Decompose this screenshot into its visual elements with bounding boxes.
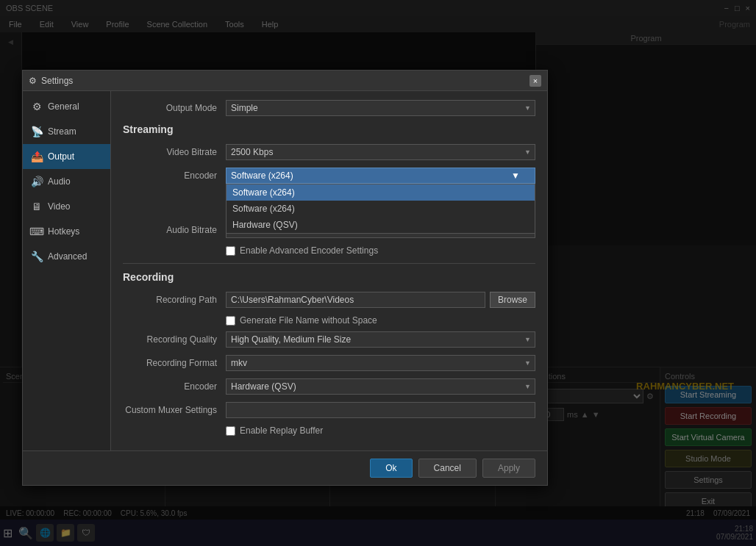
nav-item-general[interactable]: ⚙ General (23, 94, 110, 119)
recording-encoder-label: Encoder (123, 381, 226, 392)
encoder-dropdown-field[interactable]: Software (x264) ▼ (226, 168, 535, 184)
nav-item-output[interactable]: 📤 Output (23, 144, 110, 169)
recording-encoder-wrapper: Hardware (QSV) Software (x264) (226, 378, 535, 395)
settings-dialog: ⚙ Settings × ⚙ General 📡 Stream 📤 O (22, 70, 548, 486)
dialog-body: ⚙ General 📡 Stream 📤 Output 🔊 Audio 🖥 (23, 91, 547, 450)
nav-label-advanced: Advanced (48, 251, 87, 262)
recording-encoder-row: Encoder Hardware (QSV) Software (x264) (123, 378, 535, 395)
hotkeys-icon: ⌨ (30, 225, 43, 238)
nav-item-audio[interactable]: 🔊 Audio (23, 169, 110, 194)
ok-button[interactable]: Ok (370, 459, 412, 478)
dialog-close-button[interactable]: × (529, 75, 541, 87)
nav-label-video: Video (48, 201, 70, 212)
recording-path-input[interactable] (226, 292, 485, 308)
encoder-label: Encoder (123, 170, 226, 181)
settings-icon: ⚙ (29, 76, 37, 86)
recording-format-row: Recording Format mkv mp4 flv (123, 355, 535, 371)
nav-item-advanced[interactable]: 🔧 Advanced (23, 244, 110, 269)
settings-content: Output Mode Simple Advanced Streaming Vi… (111, 91, 547, 450)
encoder-selected-value: Software (x264) (231, 170, 293, 181)
encoder-row: Encoder Software (x264) ▼ Software (x264… (123, 168, 535, 184)
settings-nav: ⚙ General 📡 Stream 📤 Output 🔊 Audio 🖥 (23, 91, 111, 450)
nav-label-stream: Stream (48, 126, 76, 137)
custom-muxer-label: Custom Muxer Settings (123, 405, 226, 415)
recording-encoder-select[interactable]: Hardware (QSV) Software (x264) (226, 378, 535, 395)
generate-filename-checkbox[interactable] (226, 316, 235, 326)
nav-label-output: Output (48, 151, 74, 162)
output-icon: 📤 (30, 150, 43, 163)
encoder-dropdown-list: Software (x264) Software (x264) Hardware… (226, 184, 535, 234)
recording-quality-row: Recording Quality High Quality, Medium F… (123, 331, 535, 348)
dialog-footer: Ok Cancel Apply (23, 450, 547, 485)
nav-item-video[interactable]: 🖥 Video (23, 194, 110, 219)
output-mode-label: Output Mode (123, 103, 226, 113)
video-bitrate-row: Video Bitrate 2500 Kbps (123, 144, 535, 160)
encoder-dropdown-container: Software (x264) ▼ Software (x264) Softwa… (226, 168, 535, 184)
encoder-dropdown-arrow: ▼ (511, 170, 520, 181)
recording-path-label: Recording Path (123, 295, 226, 305)
audio-bitrate-label: Audio Bitrate (123, 225, 226, 235)
output-mode-row: Output Mode Simple Advanced (123, 100, 535, 116)
replay-buffer-checkbox[interactable] (226, 426, 235, 436)
audio-icon: 🔊 (30, 175, 43, 188)
general-icon: ⚙ (30, 100, 43, 113)
apply-button[interactable]: Apply (482, 459, 535, 478)
recording-path-input-group: Browse (226, 292, 535, 308)
recording-format-label: Recording Format (123, 358, 226, 368)
recording-format-select[interactable]: mkv mp4 flv (226, 355, 535, 371)
nav-item-hotkeys[interactable]: ⌨ Hotkeys (23, 219, 110, 244)
replay-buffer-row: Enable Replay Buffer (226, 425, 535, 436)
encoder-option-1[interactable]: Software (x264) (227, 201, 535, 217)
video-bitrate-label: Video Bitrate (123, 147, 226, 157)
divider-1 (123, 263, 535, 264)
browse-button[interactable]: Browse (490, 292, 535, 308)
recording-quality-wrapper: High Quality, Medium File Size (226, 331, 535, 348)
obs-window: OBS SCENE − □ × File Edit View Profile S… (0, 0, 756, 546)
dialog-titlebar: ⚙ Settings × (23, 71, 547, 91)
video-bitrate-select[interactable]: 2500 Kbps (226, 144, 535, 160)
nav-label-audio: Audio (48, 176, 71, 187)
replay-buffer-label: Enable Replay Buffer (240, 425, 323, 436)
recording-section-title: Recording (123, 271, 535, 283)
dialog-title-text: Settings (41, 76, 73, 86)
generate-filename-label: Generate File Name without Space (240, 315, 377, 326)
advanced-encoder-row: Enable Advanced Encoder Settings (226, 245, 535, 256)
dialog-title: ⚙ Settings (29, 76, 73, 86)
output-mode-select[interactable]: Simple Advanced (226, 100, 535, 116)
recording-format-wrapper: mkv mp4 flv (226, 355, 535, 371)
generate-filename-row: Generate File Name without Space (226, 315, 535, 326)
encoder-option-0[interactable]: Software (x264) (227, 184, 535, 201)
video-icon: 🖥 (30, 200, 43, 213)
streaming-section-title: Streaming (123, 123, 535, 135)
video-bitrate-wrapper: 2500 Kbps (226, 144, 535, 160)
stream-icon: 📡 (30, 125, 43, 138)
custom-muxer-input-area (226, 402, 535, 418)
custom-muxer-input[interactable] (226, 402, 535, 418)
nav-item-stream[interactable]: 📡 Stream (23, 119, 110, 144)
advanced-icon: 🔧 (30, 250, 43, 263)
advanced-encoder-label: Enable Advanced Encoder Settings (240, 245, 378, 256)
recording-quality-select[interactable]: High Quality, Medium File Size (226, 331, 535, 348)
custom-muxer-row: Custom Muxer Settings (123, 402, 535, 418)
nav-label-general: General (48, 101, 79, 112)
output-mode-select-wrapper: Simple Advanced (226, 100, 535, 116)
recording-quality-label: Recording Quality (123, 334, 226, 345)
recording-path-row: Recording Path Browse (123, 292, 535, 308)
advanced-encoder-checkbox[interactable] (226, 246, 235, 256)
nav-label-hotkeys: Hotkeys (48, 226, 79, 237)
encoder-option-2[interactable]: Hardware (QSV) (227, 217, 535, 233)
cancel-button[interactable]: Cancel (418, 459, 477, 478)
